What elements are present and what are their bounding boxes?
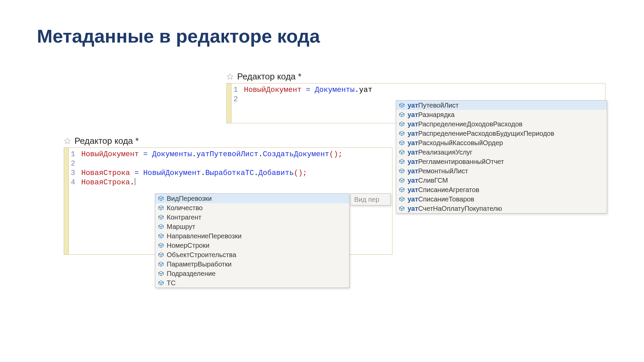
autocomplete-item[interactable]: уатСписаниеТоваров: [396, 194, 607, 204]
autocomplete-item[interactable]: ВидПеревозки: [155, 194, 349, 203]
cube-icon: [399, 102, 405, 108]
text-cursor: [135, 178, 135, 185]
cube-icon: [399, 168, 405, 174]
svg-marker-85: [159, 243, 163, 246]
svg-marker-30: [399, 159, 404, 162]
cube-icon: [399, 187, 405, 193]
autocomplete-item[interactable]: уатПутевойЛист: [396, 101, 607, 110]
editor-header: Редактор кода *: [64, 136, 392, 147]
slide-title: Метаданные в редакторе кода: [37, 25, 320, 47]
autocomplete-item[interactable]: уатРаспределениеДоходовРасходов: [396, 119, 607, 129]
autocomplete-item[interactable]: Маршрут: [155, 222, 349, 231]
cube-icon: [399, 205, 405, 212]
svg-marker-65: [159, 205, 163, 208]
svg-marker-95: [159, 262, 163, 264]
cube-icon: [158, 280, 164, 286]
autocomplete-item[interactable]: ПараметрВыработки: [155, 259, 349, 269]
autocomplete-item[interactable]: ОбъектСтроительства: [155, 250, 349, 259]
cube-icon: [399, 149, 405, 155]
autocomplete-item[interactable]: Контрагент: [155, 213, 349, 222]
autocomplete-item[interactable]: ТС: [155, 278, 349, 288]
cube-icon: [399, 121, 405, 127]
cube-icon: [399, 196, 405, 202]
gutter-strip: [227, 83, 231, 123]
svg-marker-15: [399, 131, 404, 134]
svg-marker-20: [399, 140, 404, 143]
autocomplete-item[interactable]: Количество: [155, 203, 349, 213]
autocomplete-item[interactable]: уатСписаниеАгрегатов: [396, 185, 607, 194]
autocomplete-popup-bottom[interactable]: ВидПеревозкиКоличествоКонтрагентМаршрутН…: [155, 193, 350, 288]
svg-marker-50: [399, 197, 404, 199]
svg-marker-40: [399, 178, 404, 181]
svg-marker-105: [159, 281, 163, 283]
editor-title: Редактор кода *: [237, 71, 302, 82]
autocomplete-item[interactable]: Подразделение: [155, 269, 349, 278]
cube-icon: [399, 177, 405, 183]
cube-icon: [399, 112, 405, 118]
svg-marker-25: [399, 150, 404, 153]
code-line: НоваяСтрока = НовыйДокумент.ВыработкаТС.…: [81, 169, 389, 178]
autocomplete-item[interactable]: уатРеализацияУслуг: [396, 147, 607, 157]
autocomplete-item[interactable]: уатРазнарядка: [396, 110, 607, 119]
svg-marker-35: [399, 169, 404, 171]
cube-icon: [399, 130, 405, 136]
cube-icon: [399, 159, 405, 165]
cube-icon: [158, 224, 164, 230]
svg-marker-0: [399, 103, 404, 106]
svg-marker-75: [159, 224, 163, 227]
star-icon: [226, 73, 234, 80]
cube-icon: [158, 233, 164, 239]
editor-title: Редактор кода *: [74, 136, 139, 146]
autocomplete-item[interactable]: уатРемонтныйЛист: [396, 166, 607, 176]
editor-header: Редактор кода *: [226, 71, 605, 83]
code-line: НовыйДокумент = Документы.уат: [244, 85, 602, 95]
autocomplete-item[interactable]: НаправлениеПеревозки: [155, 231, 349, 241]
autocomplete-item[interactable]: уатСчетНаОплатуПокупателю: [396, 204, 607, 213]
autocomplete-item[interactable]: уатРасходныйКассовыйОрдер: [396, 138, 607, 147]
svg-marker-55: [399, 206, 404, 209]
autocomplete-item[interactable]: уатРаспределениеРасходовБудущихПериодов: [396, 129, 607, 138]
cube-icon: [158, 205, 164, 211]
star-icon: [64, 137, 71, 145]
svg-marker-70: [159, 215, 163, 218]
line-numbers: 1 2: [231, 83, 241, 123]
svg-marker-45: [399, 187, 404, 190]
svg-marker-80: [159, 234, 163, 236]
gutter-strip: [64, 148, 69, 254]
cube-icon: [158, 270, 164, 277]
svg-marker-10: [399, 122, 404, 124]
autocomplete-hint: Вид пер: [351, 193, 391, 205]
svg-marker-90: [159, 252, 163, 255]
cube-icon: [158, 195, 164, 201]
svg-marker-60: [159, 196, 163, 199]
cube-icon: [158, 261, 164, 267]
code-line: НовыйДокумент = Документы.уатПутевойЛист…: [81, 150, 389, 159]
cube-icon: [158, 242, 164, 248]
cube-icon: [158, 214, 164, 220]
autocomplete-item[interactable]: НомерСтроки: [155, 241, 349, 250]
code-line: [81, 159, 389, 169]
svg-marker-5: [399, 112, 404, 115]
code-line: НоваяСтрока.: [81, 178, 389, 187]
autocomplete-item[interactable]: уатСливГСМ: [396, 176, 607, 185]
cube-icon: [158, 252, 164, 258]
cube-icon: [399, 140, 405, 146]
autocomplete-item[interactable]: уатРегламентированныйОтчет: [396, 157, 607, 166]
line-numbers: 1 2 3 4: [69, 148, 78, 254]
svg-marker-100: [159, 271, 163, 274]
autocomplete-popup-top[interactable]: уатПутевойЛистуатРазнарядкауатРаспределе…: [396, 100, 607, 214]
